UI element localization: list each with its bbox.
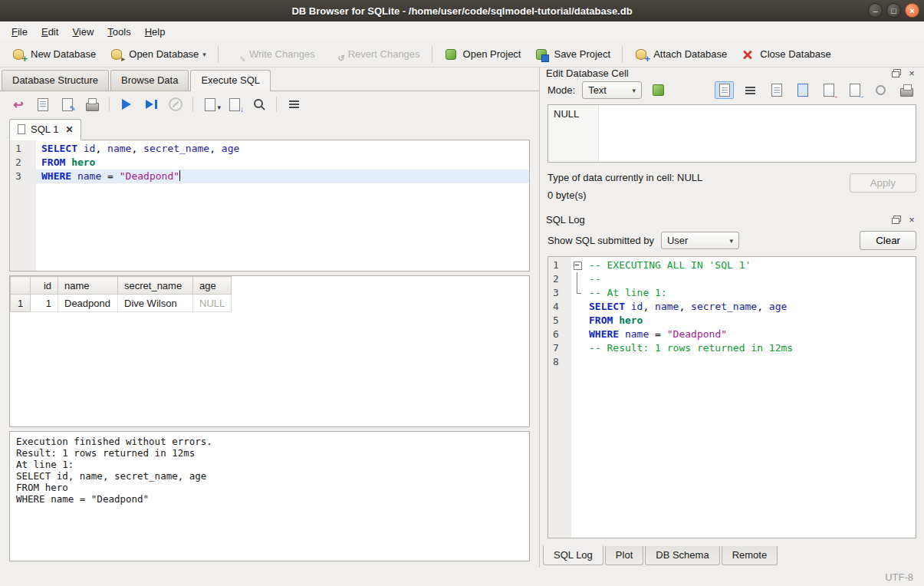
maximize-button[interactable]: □ — [886, 3, 901, 18]
bottom-tab-db-schema[interactable]: DB Schema — [645, 546, 719, 565]
fold-marker-icon[interactable] — [571, 272, 584, 286]
code-text: -- At line 1: — [584, 286, 916, 300]
find-replace-icon[interactable] — [252, 97, 267, 112]
open-project-button[interactable]: Open Project — [437, 44, 528, 65]
column-header-secret-name[interactable]: secret_name — [118, 277, 193, 295]
code-token: "Deadpond" — [667, 328, 727, 340]
toolbar-button-label: Open Database — [129, 48, 199, 60]
open-external-icon-button[interactable] — [767, 81, 786, 99]
right-pane: Edit Database Cell × Mode: Text ▾ NULL — [539, 67, 924, 568]
column-header-name[interactable]: name — [58, 277, 118, 295]
fold-marker-icon[interactable] — [571, 258, 584, 272]
save-sql-file-icon[interactable] — [35, 97, 51, 112]
close-button[interactable]: × — [905, 3, 919, 18]
toolbar-button-label: Close Database — [760, 48, 831, 60]
code-token: FROM — [589, 314, 613, 326]
cell-value-editor[interactable]: NULL — [547, 104, 916, 163]
toolbar-button-label: Attach Database — [653, 48, 727, 60]
open-sql-file-icon[interactable] — [11, 97, 26, 112]
line-number: 6 — [548, 328, 571, 341]
cell[interactable]: Dive Wilson — [118, 295, 193, 312]
float-dock-icon[interactable] — [890, 68, 903, 79]
mode-select[interactable]: Text ▾ — [582, 81, 642, 99]
close-tab-icon[interactable]: ✕ — [65, 124, 73, 135]
line-number: 3 — [548, 286, 571, 300]
code-token: -- — [589, 273, 601, 285]
dropdown-chevron-icon[interactable]: ▾ — [202, 51, 206, 58]
configure-mode-icon[interactable] — [649, 81, 668, 99]
cell-value-body[interactable] — [599, 105, 916, 162]
fold-gutter — [571, 314, 584, 328]
cell-mode-row: Mode: Text ▾ — [540, 79, 924, 104]
copy-cell-icon-button[interactable] — [793, 81, 812, 99]
cell[interactable]: NULL — [193, 295, 232, 312]
toolbar-separator — [276, 97, 277, 112]
new-database-button[interactable]: New Database — [5, 44, 103, 65]
close-dock-icon[interactable]: × — [906, 68, 918, 79]
line-number: 1 — [548, 258, 571, 272]
write-changes-icon — [230, 48, 244, 61]
code-token: SELECT — [41, 143, 77, 154]
set-null-icon — [873, 83, 889, 98]
export-cell-icon-button[interactable] — [845, 81, 864, 99]
word-wrap-cell-icon-button[interactable] — [741, 81, 760, 99]
word-wrap-icon[interactable] — [286, 97, 301, 112]
export-cell-icon — [847, 83, 863, 98]
minimize-button[interactable]: – — [868, 3, 883, 18]
sql-log-view[interactable]: 1-- EXECUTING ALL IN 'SQL 1'2--3-- At li… — [547, 256, 916, 538]
tab-database-structure[interactable]: Database Structure — [2, 70, 109, 91]
execute-all-icon[interactable] — [119, 97, 134, 112]
execute-sql-panel: SQL 1 ✕ 1SELECT id, name, secret_name, a… — [0, 91, 539, 568]
row-number[interactable]: 1 — [11, 295, 31, 312]
clear-log-button[interactable]: Clear — [860, 231, 916, 250]
set-null-icon-button[interactable] — [871, 81, 890, 99]
submitter-select[interactable]: User ▾ — [661, 232, 739, 249]
code-token: -- Result: 1 rows returned in 12ms — [589, 342, 793, 354]
open-database-button[interactable]: Open Database▾ — [103, 44, 213, 65]
statusbar: UTF-8 — [0, 568, 924, 586]
close-dock-icon[interactable]: × — [906, 214, 918, 225]
sql-editor[interactable]: 1SELECT id, name, secret_name, age2FROM … — [9, 140, 530, 272]
line-number: 4 — [548, 300, 571, 314]
bottom-tab-sql-log[interactable]: SQL Log — [543, 545, 603, 565]
sql-tab[interactable]: SQL 1 ✕ — [9, 119, 81, 140]
code-line: 5FROM hero — [548, 314, 916, 328]
save-sql-as-icon[interactable] — [60, 97, 75, 112]
export-results-icon[interactable] — [202, 97, 218, 112]
print-icon[interactable] — [84, 97, 100, 112]
close-database-button[interactable]: Close Database — [734, 44, 838, 65]
cell-size-info: 0 byte(s) — [547, 189, 850, 201]
revert-changes-button: Revert Changes — [322, 44, 427, 65]
column-header-id[interactable]: id — [31, 277, 58, 295]
toolbar-button-label: Write Changes — [249, 48, 315, 60]
apply-button[interactable]: Apply — [850, 173, 916, 193]
execute-current-line-icon[interactable] — [143, 97, 159, 112]
menu-item-help[interactable]: Help — [138, 23, 173, 41]
import-cell-icon-button[interactable] — [819, 81, 838, 99]
menu-item-file[interactable]: File — [5, 23, 35, 41]
menu-item-edit[interactable]: Edit — [35, 23, 65, 41]
tab-browse-data[interactable]: Browse Data — [110, 70, 189, 91]
float-dock-icon[interactable] — [890, 214, 903, 225]
bottom-tab-plot[interactable]: Plot — [605, 546, 643, 565]
code-token: , — [757, 301, 769, 312]
tab-execute-sql[interactable]: Execute SQL — [190, 70, 271, 91]
column-header-age[interactable]: age — [193, 277, 232, 295]
fold-gutter — [571, 355, 584, 369]
text-mode-icon-button[interactable] — [715, 81, 734, 99]
menu-item-tools[interactable]: Tools — [100, 23, 137, 41]
cell[interactable]: Deadpond — [58, 295, 118, 312]
save-project-button[interactable]: Save Project — [528, 44, 617, 65]
code-token: WHERE — [589, 328, 619, 340]
print-cell-icon-button[interactable] — [897, 81, 916, 99]
menu-item-view[interactable]: View — [65, 23, 100, 41]
fold-marker-icon[interactable] — [571, 286, 584, 300]
code-text: FROM hero — [584, 314, 916, 328]
save-results-icon[interactable] — [227, 97, 242, 112]
attach-database-button[interactable]: Attach Database — [627, 44, 734, 65]
encoding-indicator[interactable]: UTF-8 — [885, 571, 913, 583]
code-token: -- EXECUTING ALL IN 'SQL 1' — [589, 259, 751, 271]
cell[interactable]: 1 — [31, 295, 58, 312]
bottom-tab-remote[interactable]: Remote — [722, 546, 778, 565]
bottom-tab-bar: SQL LogPlotDB SchemaRemote — [540, 546, 924, 568]
